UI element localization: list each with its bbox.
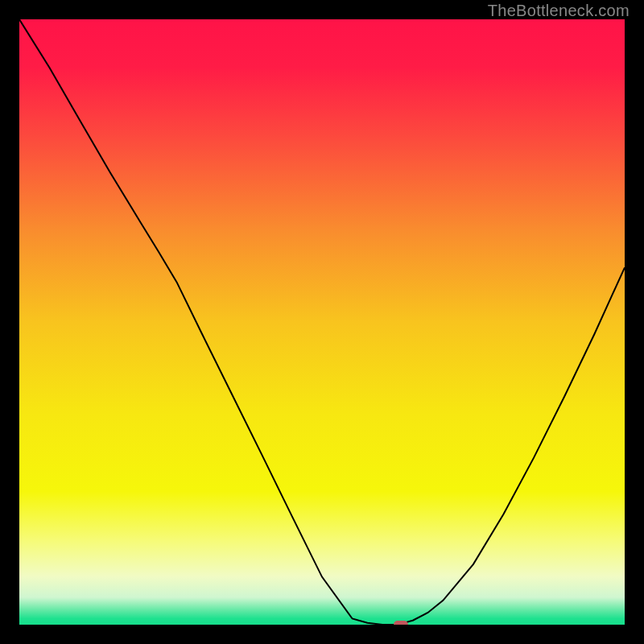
- chart-canvas: [19, 19, 625, 625]
- optimal-marker: [394, 621, 408, 625]
- watermark-text: TheBottleneck.com: [488, 2, 630, 20]
- chart-container: TheBottleneck.com: [0, 0, 644, 644]
- plot-area: [19, 19, 625, 625]
- gradient-background: [19, 19, 625, 625]
